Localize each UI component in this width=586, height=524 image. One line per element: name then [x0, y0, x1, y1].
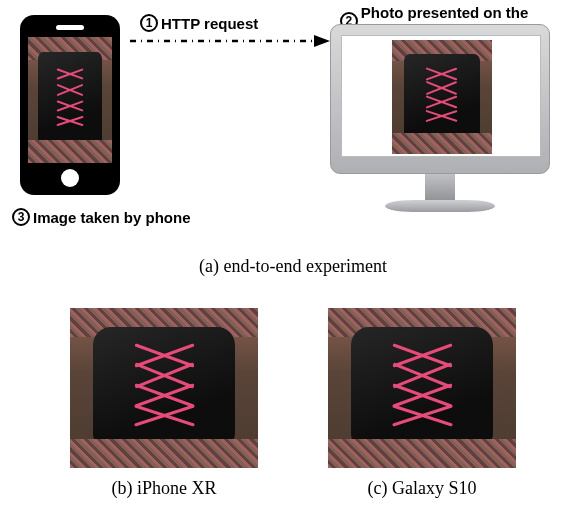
- label-http-request: 1 HTTP request: [140, 14, 258, 32]
- step-text-3: Image taken by phone: [33, 209, 191, 226]
- bag-shape: [351, 327, 494, 445]
- caption-b: (b) iPhone XR: [112, 478, 217, 499]
- backpack-photo: [70, 308, 258, 468]
- bag-shape: [38, 52, 102, 145]
- top-diagram: 1 HTTP request 2 Photo presented on the …: [0, 0, 586, 240]
- http-arrow: [130, 40, 330, 42]
- thumb-iphone: [70, 308, 258, 468]
- backpack-photo: [28, 37, 112, 163]
- backpack-photo: [392, 40, 492, 154]
- thumb-col-b: (b) iPhone XR: [70, 308, 258, 499]
- phone-speaker: [56, 25, 84, 30]
- bag-laces: [56, 71, 84, 123]
- monitor-screen: [341, 35, 541, 157]
- monitor-stand: [425, 174, 455, 202]
- bag-laces: [133, 351, 196, 417]
- bag-laces: [425, 71, 458, 118]
- label-image-phone: 3 Image taken by phone: [12, 208, 191, 226]
- caption-a: (a) end-to-end experiment: [0, 256, 586, 277]
- bag-shape: [404, 54, 480, 138]
- phone-icon: [20, 15, 120, 195]
- monitor-icon: [330, 24, 550, 224]
- step-text-1: HTTP request: [161, 15, 258, 32]
- phone-screen: [28, 37, 112, 163]
- svg-marker-1: [314, 35, 330, 47]
- caption-c: (c) Galaxy S10: [368, 478, 477, 499]
- thumb-col-c: (c) Galaxy S10: [328, 308, 516, 499]
- step-number-1: 1: [140, 14, 158, 32]
- monitor-body: [330, 24, 550, 174]
- phone-home-button: [61, 169, 79, 187]
- thumb-galaxy: [328, 308, 516, 468]
- step-number-3: 3: [12, 208, 30, 226]
- monitor-foot: [385, 200, 495, 212]
- bag-shape: [93, 327, 236, 445]
- thumbnail-row: (b) iPhone XR (c) Galaxy S10: [0, 308, 586, 499]
- bag-laces: [391, 351, 454, 417]
- backpack-photo: [328, 308, 516, 468]
